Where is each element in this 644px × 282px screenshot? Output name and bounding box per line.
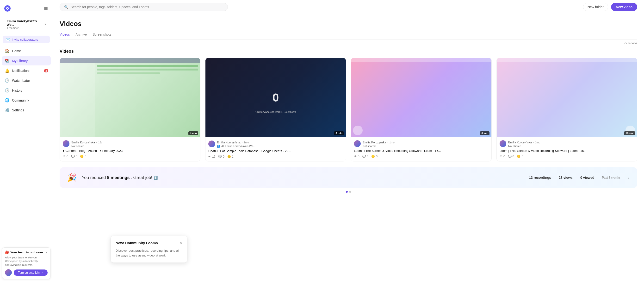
author-4: Emilia Korczyńska (508, 141, 532, 144)
auto-join-button[interactable]: Turn on auto-join → (14, 269, 48, 276)
meta-right-1: Emilia Korczyńska · 16d Not shared (71, 140, 197, 147)
stats-right: 13 recordings 28 views 0 viewed Past 3 m… (529, 175, 630, 180)
sidebar-item-notifications[interactable]: 🔔 Notifications 3 (2, 66, 51, 75)
toast-body: Allow your team to join your Workspace b… (5, 256, 48, 267)
close-toast-button[interactable]: × (46, 250, 48, 254)
toast-title: 🎒 Your team is on Loom (5, 250, 43, 254)
screen-preview-3 (351, 58, 492, 137)
workspace-dropdown-button[interactable]: Emilia Korczyńska's Wo... 1 member ▾ (5, 18, 48, 31)
video-card-2[interactable]: 0 Click anywhere to PAUSE Countdown 5 mi… (205, 58, 346, 161)
recordings-value: 13 recordings (529, 176, 551, 179)
videos-section-title: Videos (60, 49, 637, 54)
video-meta-4: Emilia Korczyńska · 1mo Not shared (500, 140, 634, 147)
sidebar-item-library-label: My Library (12, 59, 28, 63)
sidebar-item-my-library[interactable]: 📚 My Library (2, 56, 51, 66)
sharing-4: Not shared (508, 145, 634, 147)
views-value: 28 views (559, 176, 573, 179)
video-card-3[interactable]: 8 sec Emilia Korczyńska · 1mo Not shared (351, 58, 492, 161)
views-stat-3: 👁 0 (354, 155, 360, 158)
recordings-stat: 13 recordings (529, 176, 551, 179)
video-meta-1: Emilia Korczyńska · 16d Not shared (63, 140, 197, 147)
search-input[interactable] (71, 5, 223, 9)
tab-screenshots[interactable]: Screenshots (92, 33, 111, 39)
meta-right-4: Emilia Korczyńska · 1mo Not shared (508, 140, 634, 147)
toast-header: 🎒 Your team is on Loom × (5, 250, 48, 254)
new-folder-button[interactable]: New folder (583, 3, 608, 11)
sidebar-item-watch-later[interactable]: 🕐 Watch Later (2, 76, 51, 85)
views-stat-1: 👁 0 (63, 155, 68, 158)
screen-preview-4 (497, 58, 637, 137)
svg-point-0 (7, 8, 8, 9)
popup-body: Discover best practices, recording tips,… (116, 248, 182, 258)
meta-right-2: Emilia Korczyńska · 1mo 👥 All Emilia Kor… (217, 140, 343, 148)
video-info-1: Emilia Korczyńska · 16d Not shared ● Con… (60, 137, 200, 161)
comments-stat-2: 💬 0 (218, 155, 224, 158)
duration-badge-1: 4 min (188, 131, 198, 135)
video-thumbnail-1: 4 min (60, 58, 200, 137)
chevron-down-icon: ▾ (44, 23, 46, 26)
reactions-stat-2: 😊 1 (227, 155, 234, 158)
workspace-info: Emilia Korczyńska's Wo... 1 member (7, 19, 44, 29)
sidebar-item-settings[interactable]: ⚙️ Settings (2, 105, 51, 115)
tab-videos[interactable]: Videos (60, 33, 70, 39)
stats-next-arrow[interactable]: › (628, 175, 630, 180)
video-info-3: Emilia Korczyńska · 1mo Not shared Loom … (351, 137, 492, 161)
thumb-overlay-2: 0 Click anywhere to PAUSE Countdown (206, 58, 346, 137)
sharing-label-4: Not shared (508, 145, 521, 147)
sidebar-item-community[interactable]: 🌐 Community (2, 96, 51, 105)
party-icon: 🎒 (5, 250, 9, 254)
video-thumbnail-3: 8 sec (351, 58, 492, 137)
sidebar-logo-area (0, 3, 53, 16)
meta-right-3: Emilia Korczyńska · 1mo Not shared (362, 140, 488, 147)
sharing-2: 👥 All Emilia Korczyńska's Wo... (217, 145, 343, 148)
dot-2[interactable] (349, 191, 351, 193)
sidebar-item-history[interactable]: 🕒 History (2, 86, 51, 95)
home-icon: 🏠 (5, 49, 10, 53)
sharing-3: Not shared (362, 145, 488, 147)
svg-rect-3 (44, 9, 48, 10)
dot-1[interactable] (346, 191, 348, 193)
workspace-section: Emilia Korczyńska's Wo... 1 member ▾ (2, 16, 51, 33)
page-title: Videos (60, 20, 637, 28)
video-card-4[interactable]: 10 sec Emilia Korczyńska · 1mo Not share… (496, 58, 637, 161)
video-thumbnail-4: 10 sec (497, 58, 637, 137)
views-stat-4: 👁 0 (500, 155, 505, 158)
sidebar-toggle-button[interactable] (43, 6, 49, 11)
library-icon: 📚 (5, 59, 10, 63)
tab-archive[interactable]: Archive (76, 33, 87, 39)
logo (4, 5, 11, 12)
viewed-stat: 0 viewed (580, 176, 594, 179)
reactions-stat-4: 😊 0 (517, 155, 523, 158)
close-popup-button[interactable]: × (180, 241, 182, 246)
comments-stat-4: 💬 0 (508, 155, 514, 158)
thumb-subtext: Click anywhere to PAUSE Countdown (256, 111, 296, 113)
workspace-member-count: 1 member (7, 27, 44, 29)
invite-collaborators-button[interactable]: ✉️ Invite collaborators (3, 36, 50, 43)
sidebar: Emilia Korczyńska's Wo... 1 member ▾ ✉️ … (0, 0, 53, 282)
video-meta-2: Emilia Korczyńska · 1mo 👥 All Emilia Kor… (208, 140, 343, 148)
avatar-2 (208, 141, 215, 147)
video-title-2: ChatGPT of Sample Tools Database - Googl… (208, 149, 343, 153)
toast-footer: Turn on auto-join → (5, 269, 48, 276)
community-popup: New! Community Looms × Discover best pra… (110, 236, 188, 263)
viewed-value: 0 viewed (580, 176, 594, 179)
main-area: 🔍 New folder New video Videos Videos Arc… (53, 0, 644, 282)
stats-text: You reduced 9 meetings . Great job! ℹ️ (82, 175, 524, 180)
video-card-1[interactable]: 4 min Emilia Korczyńska · 16d Not shared (60, 58, 200, 161)
author-1: Emilia Korczyńska (71, 141, 95, 144)
video-stats-1: 👁 0 💬 0 😊 0 (63, 155, 197, 158)
gear-icon: ⚙️ (5, 108, 10, 112)
sidebar-item-home-label: Home (12, 49, 21, 53)
comments-stat-3: 💬 0 (362, 155, 368, 158)
sidebar-item-home[interactable]: 🏠 Home (2, 46, 51, 56)
video-stats-3: 👁 0 💬 0 😊 0 (354, 155, 488, 158)
invite-icon: ✉️ (6, 38, 10, 41)
sidebar-item-history-label: History (12, 89, 22, 92)
time-1: 16d (98, 141, 102, 144)
sharing-icon-2: 👥 (217, 145, 220, 148)
user-avatar (5, 269, 12, 276)
author-2: Emilia Korczyńska (217, 141, 240, 144)
video-info-4: Emilia Korczyńska · 1mo Not shared Loom … (497, 137, 637, 161)
new-video-button[interactable]: New video (611, 3, 637, 11)
sharing-1: Not shared (71, 145, 197, 147)
